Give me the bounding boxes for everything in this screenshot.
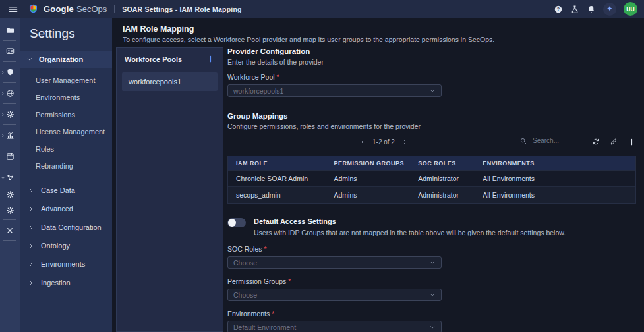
chevron-down-icon xyxy=(429,324,436,331)
table-cell: Admins xyxy=(334,191,419,199)
sidebar-item-environments[interactable]: Environments xyxy=(20,89,112,106)
chart-icon xyxy=(6,131,15,140)
rail-divider xyxy=(3,146,16,146)
rail-tools-icon[interactable] xyxy=(0,221,20,239)
add-workforce-pool-button[interactable] xyxy=(206,55,215,63)
cases-icon xyxy=(6,26,15,34)
gemini-sparkle-icon[interactable] xyxy=(603,3,616,16)
user-avatar[interactable]: UU xyxy=(624,2,637,16)
sidebar-section-ingestion[interactable]: Ingestion xyxy=(20,273,112,292)
sidebar-item-license-management[interactable]: License Management xyxy=(20,123,112,140)
chevron-down-icon xyxy=(429,292,436,298)
pagination-count: 1-2 of 2 xyxy=(372,138,395,146)
rail-gear-icon[interactable] xyxy=(0,186,20,202)
chevron-right-icon xyxy=(1,133,5,138)
rail-divider xyxy=(3,124,16,125)
rail-gear-icon[interactable] xyxy=(0,202,20,218)
secops-shield-logo-icon xyxy=(28,3,39,14)
table-row[interactable]: Chronicle SOAR AdminAdminsAdministratorA… xyxy=(228,170,635,186)
rail-chart-icon[interactable] xyxy=(0,126,20,144)
rail-id-card-icon[interactable] xyxy=(0,42,20,60)
sidebar-item-rebranding[interactable]: Rebranding xyxy=(20,157,112,175)
sidebar-section-environments[interactable]: Environments xyxy=(20,255,112,273)
workforce-pool-select[interactable]: workforcepools1 xyxy=(227,84,442,97)
sidebar-section-ontology[interactable]: Ontology xyxy=(20,236,112,255)
environments-select[interactable]: Default Environment xyxy=(227,321,442,332)
sidebar-section-data-configuration[interactable]: Data Configuration xyxy=(20,218,112,236)
rail-divider xyxy=(3,61,16,62)
table-cell: All Environments xyxy=(483,191,628,199)
rail-nodes-icon[interactable] xyxy=(0,169,20,186)
settings-sidebar: Settings Organization User ManagementEnv… xyxy=(20,18,112,332)
default-access-settings-description: Users with IDP Groups that are not mappe… xyxy=(254,229,566,236)
add-plus-icon[interactable] xyxy=(628,138,636,146)
soc-roles-select[interactable]: Choose xyxy=(227,256,442,269)
table-header-row: IAM ROLEPERMISSION GROUPSSOC ROLESENVIRO… xyxy=(228,156,635,170)
globe-icon xyxy=(6,89,15,97)
chevron-right-icon xyxy=(28,280,34,286)
sidebar-item-user-management[interactable]: User Management xyxy=(20,72,112,89)
top-app-bar: Google SecOps SOAR Settings - IAM Role M… xyxy=(0,0,644,18)
help-icon[interactable]: ? xyxy=(554,5,563,14)
rail-divider xyxy=(3,82,16,83)
rail-divider xyxy=(3,167,16,167)
next-page-icon[interactable] xyxy=(402,139,408,145)
workforce-pool-item[interactable]: workforcepools1 xyxy=(122,72,218,91)
hamburger-menu-icon[interactable] xyxy=(7,3,20,16)
rail-gear-icon[interactable] xyxy=(0,105,20,123)
provider-configuration-title: Provider Configuration xyxy=(227,47,636,55)
sidebar-item-permissions[interactable]: Permissions xyxy=(20,106,112,123)
chevron-down-icon xyxy=(429,88,436,94)
gear-icon xyxy=(6,206,15,215)
soc-roles-label: SOC Roles xyxy=(227,245,262,253)
column-header: IAM ROLE xyxy=(236,160,334,167)
workforce-pools-panel: Workforce Pools workforcepools1 xyxy=(116,47,223,332)
table-row[interactable]: secops_adminAdminsAdministratorAll Envir… xyxy=(228,186,635,203)
permission-groups-select[interactable]: Choose xyxy=(227,289,442,301)
sidebar-section-organization[interactable]: Organization xyxy=(20,51,112,68)
default-access-toggle[interactable] xyxy=(227,218,246,227)
required-asterisk: * xyxy=(264,245,267,253)
column-header: SOC ROLES xyxy=(418,160,483,167)
chevron-right-icon xyxy=(1,112,5,117)
rail-divider xyxy=(3,219,16,220)
rail-divider xyxy=(3,40,16,41)
environments-label: Environments xyxy=(227,310,270,318)
sidebar-item-roles[interactable]: Roles xyxy=(20,140,112,157)
table-cell: Administrator xyxy=(418,175,483,182)
refresh-icon[interactable] xyxy=(592,138,600,146)
rail-globe-icon[interactable] xyxy=(0,84,20,102)
calendar-icon xyxy=(6,152,15,161)
group-mappings-title: Group Mappings xyxy=(227,112,636,120)
table-cell: All Environments xyxy=(483,175,628,182)
rail-calendar-icon[interactable] xyxy=(0,148,20,165)
title-divider xyxy=(114,5,115,13)
workforce-pools-title: Workforce Pools xyxy=(125,55,182,63)
iam-role-mapping-title: IAM Role Mapping xyxy=(123,24,633,34)
lab-flask-icon[interactable] xyxy=(570,5,579,14)
sidebar-section-case-data[interactable]: Case Data xyxy=(20,181,112,200)
required-asterisk: * xyxy=(288,277,291,285)
chevron-right-icon xyxy=(28,243,34,249)
chevron-right-icon xyxy=(28,188,34,194)
previous-page-icon[interactable] xyxy=(359,139,365,145)
workforce-pool-label: Workforce Pool xyxy=(227,73,275,81)
pagination: 1-2 of 2 xyxy=(359,138,408,146)
column-header: PERMISSION GROUPS xyxy=(334,160,419,167)
search-input[interactable] xyxy=(533,137,579,144)
chevron-down-icon xyxy=(429,260,436,266)
notifications-bell-icon[interactable] xyxy=(587,5,596,14)
required-asterisk: * xyxy=(272,310,274,318)
sidebar-section-advanced[interactable]: Advanced xyxy=(20,200,112,218)
table-cell: secops_admin xyxy=(236,191,334,199)
rail-divider xyxy=(3,103,16,104)
sidebar-title: Settings xyxy=(20,18,112,51)
chevron-right-icon xyxy=(28,225,34,231)
chevron-right-icon xyxy=(28,262,34,267)
nodes-icon xyxy=(6,173,15,182)
edit-pencil-icon[interactable] xyxy=(610,138,618,146)
table-cell: Administrator xyxy=(418,191,483,199)
rail-shield-icon[interactable] xyxy=(0,63,20,81)
rail-cases-icon[interactable] xyxy=(0,21,20,39)
default-access-settings-title: Default Access Settings xyxy=(254,217,566,225)
